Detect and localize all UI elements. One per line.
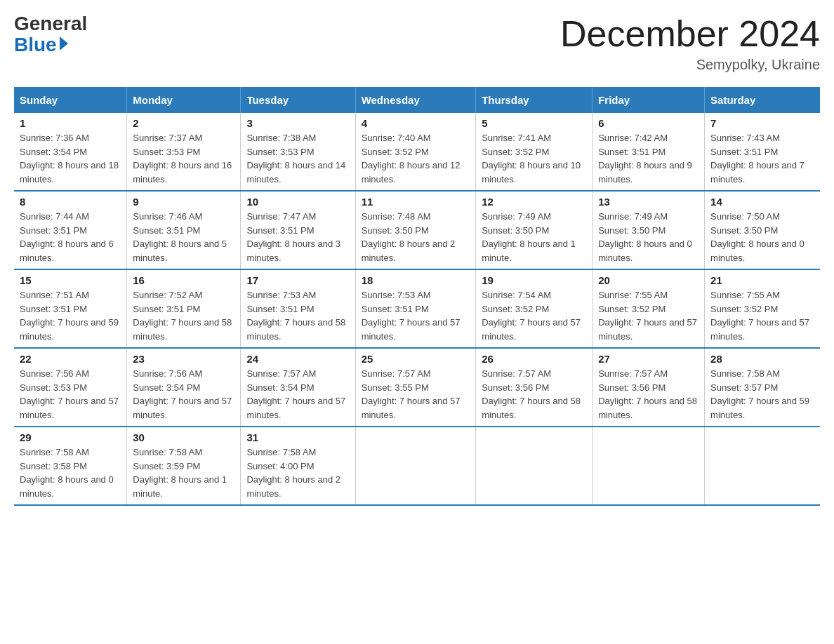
day-info: Sunrise: 7:44 AMSunset: 3:51 PMDaylight:… [20, 210, 121, 264]
calendar-week-row: 1Sunrise: 7:36 AMSunset: 3:54 PMDaylight… [14, 113, 820, 191]
calendar-cell: 27Sunrise: 7:57 AMSunset: 3:56 PMDayligh… [593, 348, 705, 427]
day-info: Sunrise: 7:47 AMSunset: 3:51 PMDaylight:… [246, 210, 349, 264]
day-info: Sunrise: 7:56 AMSunset: 3:54 PMDaylight:… [133, 367, 234, 422]
day-number: 24 [246, 353, 349, 365]
calendar-cell: 22Sunrise: 7:56 AMSunset: 3:53 PMDayligh… [14, 348, 127, 427]
day-number: 20 [598, 274, 699, 286]
calendar-week-row: 22Sunrise: 7:56 AMSunset: 3:53 PMDayligh… [14, 348, 820, 427]
calendar-header-wednesday: Wednesday [355, 87, 476, 113]
calendar-week-row: 8Sunrise: 7:44 AMSunset: 3:51 PMDaylight… [14, 191, 820, 269]
calendar-header-thursday: Thursday [476, 87, 593, 113]
calendar-cell: 10Sunrise: 7:47 AMSunset: 3:51 PMDayligh… [241, 191, 355, 269]
day-info: Sunrise: 7:52 AMSunset: 3:51 PMDaylight:… [133, 288, 234, 343]
calendar-cell: 18Sunrise: 7:53 AMSunset: 3:51 PMDayligh… [355, 269, 476, 348]
day-info: Sunrise: 7:58 AMSunset: 4:00 PMDaylight:… [246, 445, 349, 500]
calendar-week-row: 15Sunrise: 7:51 AMSunset: 3:51 PMDayligh… [14, 269, 820, 348]
day-number: 19 [482, 274, 586, 286]
day-number: 6 [598, 117, 699, 129]
day-number: 3 [246, 117, 349, 129]
day-number: 12 [482, 196, 586, 208]
day-number: 14 [710, 196, 814, 208]
calendar-cell: 14Sunrise: 7:50 AMSunset: 3:50 PMDayligh… [705, 191, 820, 269]
calendar-cell: 13Sunrise: 7:49 AMSunset: 3:50 PMDayligh… [593, 191, 705, 269]
calendar-cell: 19Sunrise: 7:54 AMSunset: 3:52 PMDayligh… [476, 269, 593, 348]
day-info: Sunrise: 7:57 AMSunset: 3:54 PMDaylight:… [246, 367, 349, 422]
calendar-header: SundayMondayTuesdayWednesdayThursdayFrid… [14, 87, 820, 113]
day-number: 13 [598, 196, 699, 208]
day-info: Sunrise: 7:55 AMSunset: 3:52 PMDaylight:… [598, 288, 699, 343]
logo: General Blue [14, 14, 87, 56]
calendar-cell [705, 427, 820, 505]
day-number: 10 [246, 196, 349, 208]
calendar-cell: 20Sunrise: 7:55 AMSunset: 3:52 PMDayligh… [593, 269, 705, 348]
calendar-cell: 16Sunrise: 7:52 AMSunset: 3:51 PMDayligh… [127, 269, 241, 348]
calendar-cell: 7Sunrise: 7:43 AMSunset: 3:51 PMDaylight… [705, 113, 820, 191]
day-number: 5 [482, 117, 586, 129]
day-number: 17 [246, 274, 349, 286]
calendar-cell: 1Sunrise: 7:36 AMSunset: 3:54 PMDaylight… [14, 113, 127, 191]
logo-blue-text: Blue [14, 34, 68, 56]
day-number: 15 [20, 274, 121, 286]
day-info: Sunrise: 7:53 AMSunset: 3:51 PMDaylight:… [246, 288, 349, 343]
calendar-cell: 26Sunrise: 7:57 AMSunset: 3:56 PMDayligh… [476, 348, 593, 427]
day-number: 28 [710, 353, 814, 365]
calendar-cell: 6Sunrise: 7:42 AMSunset: 3:51 PMDaylight… [593, 113, 705, 191]
calendar-table: SundayMondayTuesdayWednesdayThursdayFrid… [14, 87, 820, 506]
calendar-header-monday: Monday [127, 87, 241, 113]
calendar-body: 1Sunrise: 7:36 AMSunset: 3:54 PMDaylight… [14, 113, 820, 505]
day-number: 4 [362, 117, 470, 129]
day-info: Sunrise: 7:46 AMSunset: 3:51 PMDaylight:… [133, 210, 234, 264]
calendar-cell: 29Sunrise: 7:58 AMSunset: 3:58 PMDayligh… [14, 427, 127, 505]
calendar-cell: 5Sunrise: 7:41 AMSunset: 3:52 PMDaylight… [476, 113, 593, 191]
day-info: Sunrise: 7:57 AMSunset: 3:56 PMDaylight:… [482, 367, 586, 422]
day-number: 31 [246, 431, 349, 443]
day-number: 16 [133, 274, 234, 286]
day-info: Sunrise: 7:58 AMSunset: 3:59 PMDaylight:… [133, 445, 234, 500]
day-info: Sunrise: 7:49 AMSunset: 3:50 PMDaylight:… [482, 210, 586, 264]
calendar-cell: 8Sunrise: 7:44 AMSunset: 3:51 PMDaylight… [14, 191, 127, 269]
day-info: Sunrise: 7:41 AMSunset: 3:52 PMDaylight:… [482, 131, 586, 186]
day-info: Sunrise: 7:58 AMSunset: 3:57 PMDaylight:… [710, 367, 814, 422]
calendar-cell: 31Sunrise: 7:58 AMSunset: 4:00 PMDayligh… [241, 427, 355, 505]
day-number: 1 [20, 117, 121, 129]
day-number: 23 [133, 353, 234, 365]
day-number: 21 [710, 274, 814, 286]
day-info: Sunrise: 7:38 AMSunset: 3:53 PMDaylight:… [246, 131, 349, 186]
month-title: December 2024 [560, 14, 820, 54]
logo-general-text: General [14, 14, 87, 34]
day-info: Sunrise: 7:56 AMSunset: 3:53 PMDaylight:… [20, 367, 121, 422]
calendar-cell [476, 427, 593, 505]
day-info: Sunrise: 7:58 AMSunset: 3:58 PMDaylight:… [20, 445, 121, 500]
day-info: Sunrise: 7:48 AMSunset: 3:50 PMDaylight:… [362, 210, 470, 264]
calendar-cell: 3Sunrise: 7:38 AMSunset: 3:53 PMDaylight… [241, 113, 355, 191]
day-number: 9 [133, 196, 234, 208]
calendar-header-tuesday: Tuesday [241, 87, 355, 113]
day-number: 2 [133, 117, 234, 129]
title-section: December 2024 Semypolky, Ukraine [560, 14, 820, 73]
day-info: Sunrise: 7:57 AMSunset: 3:55 PMDaylight:… [362, 367, 470, 422]
calendar-cell: 28Sunrise: 7:58 AMSunset: 3:57 PMDayligh… [705, 348, 820, 427]
day-info: Sunrise: 7:51 AMSunset: 3:51 PMDaylight:… [20, 288, 121, 343]
day-number: 29 [20, 431, 121, 443]
day-number: 7 [710, 117, 814, 129]
day-info: Sunrise: 7:55 AMSunset: 3:52 PMDaylight:… [710, 288, 814, 343]
calendar-cell: 11Sunrise: 7:48 AMSunset: 3:50 PMDayligh… [355, 191, 476, 269]
location-subtitle: Semypolky, Ukraine [560, 57, 820, 73]
logo-arrow-icon [60, 36, 68, 51]
day-info: Sunrise: 7:57 AMSunset: 3:56 PMDaylight:… [598, 367, 699, 422]
calendar-cell [593, 427, 705, 505]
calendar-cell: 24Sunrise: 7:57 AMSunset: 3:54 PMDayligh… [241, 348, 355, 427]
day-number: 25 [362, 353, 470, 365]
day-info: Sunrise: 7:42 AMSunset: 3:51 PMDaylight:… [598, 131, 699, 186]
calendar-cell: 12Sunrise: 7:49 AMSunset: 3:50 PMDayligh… [476, 191, 593, 269]
day-info: Sunrise: 7:40 AMSunset: 3:52 PMDaylight:… [362, 131, 470, 186]
day-info: Sunrise: 7:50 AMSunset: 3:50 PMDaylight:… [710, 210, 814, 264]
calendar-cell: 4Sunrise: 7:40 AMSunset: 3:52 PMDaylight… [355, 113, 476, 191]
day-info: Sunrise: 7:54 AMSunset: 3:52 PMDaylight:… [482, 288, 586, 343]
calendar-cell: 21Sunrise: 7:55 AMSunset: 3:52 PMDayligh… [705, 269, 820, 348]
calendar-header-friday: Friday [593, 87, 705, 113]
calendar-week-row: 29Sunrise: 7:58 AMSunset: 3:58 PMDayligh… [14, 427, 820, 505]
calendar-cell: 9Sunrise: 7:46 AMSunset: 3:51 PMDaylight… [127, 191, 241, 269]
day-info: Sunrise: 7:53 AMSunset: 3:51 PMDaylight:… [362, 288, 470, 343]
calendar-cell: 25Sunrise: 7:57 AMSunset: 3:55 PMDayligh… [355, 348, 476, 427]
